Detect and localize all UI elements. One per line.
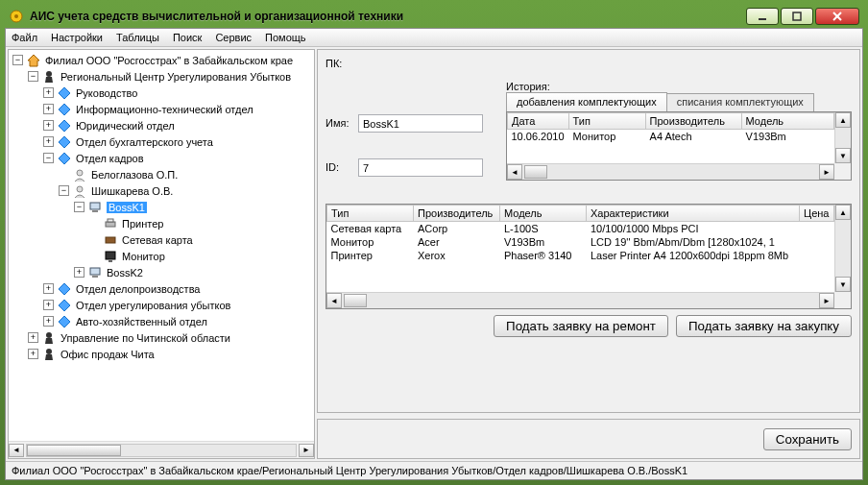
name-field[interactable] xyxy=(358,114,483,133)
tab-remove-components[interactable]: списания комплектующих xyxy=(666,93,814,112)
col-specs[interactable]: Характеристики xyxy=(587,206,800,222)
col-manufacturer[interactable]: Производитель xyxy=(414,206,500,222)
expander-icon[interactable]: + xyxy=(43,87,54,98)
components-grid[interactable]: Тип Производитель Модель Характеристики … xyxy=(326,204,852,309)
person-icon xyxy=(72,183,87,199)
tab-add-components[interactable]: добавления комплектующих xyxy=(506,92,667,111)
tree-node-component[interactable]: Сетевая карта xyxy=(12,231,312,248)
tree-node-component[interactable]: Монитор xyxy=(12,248,312,264)
tree-node-dept[interactable]: +Отдел урегулирования убытков xyxy=(12,297,312,313)
expander-icon[interactable]: + xyxy=(28,349,38,359)
menu-settings[interactable]: Настройки xyxy=(51,32,103,43)
scroll-right-icon[interactable]: ► xyxy=(299,444,314,457)
tree-node-dept-hr[interactable]: −Отдел кадров xyxy=(12,150,312,166)
scroll-left-icon[interactable]: ◄ xyxy=(9,444,24,457)
scroll-right-icon[interactable]: ► xyxy=(819,164,834,180)
table-row[interactable]: ПринтерXeroxPhaser® 3140 Laser Printer A… xyxy=(327,249,834,262)
horizontal-scrollbar[interactable]: ◄► xyxy=(507,163,834,180)
vertical-scrollbar[interactable]: ▲▼ xyxy=(834,205,851,292)
computer-icon xyxy=(87,200,103,215)
scroll-up-icon[interactable]: ▲ xyxy=(835,112,851,128)
detail-pane: ПК: Имя: ID: История: добавления комплек… xyxy=(317,49,860,459)
table-row[interactable]: МониторAcerV193Bm LCD 19'' Bbm/Abm/Dbm [… xyxy=(327,235,834,249)
maximize-button[interactable] xyxy=(781,8,813,25)
expander-icon[interactable]: + xyxy=(43,316,54,327)
scroll-down-icon[interactable]: ▼ xyxy=(835,148,851,163)
horizontal-scrollbar[interactable]: ◄► xyxy=(326,292,834,308)
tree-node-person-shishkareva[interactable]: −Шишкарева О.В. xyxy=(12,182,312,199)
scroll-thumb[interactable] xyxy=(27,445,121,456)
expander-icon[interactable]: + xyxy=(43,136,54,147)
monitor-icon xyxy=(103,249,118,264)
vertical-scrollbar[interactable]: ▲▼ xyxy=(834,112,851,163)
tree-node-division[interactable]: +Офис продаж Чита xyxy=(12,346,312,362)
repair-request-button[interactable]: Подать заявку на ремонт xyxy=(494,315,668,337)
titlebar[interactable]: АИС учета средств вычислительной и орган… xyxy=(5,5,863,28)
svg-marker-8 xyxy=(59,87,70,99)
network-card-icon xyxy=(103,232,118,248)
id-field[interactable] xyxy=(358,158,483,177)
tree-node-pc-bossk2[interactable]: +BossK2 xyxy=(12,264,312,280)
scroll-left-icon[interactable]: ◄ xyxy=(326,293,342,308)
tree-node-pc-bossk1[interactable]: −BossK1 xyxy=(12,199,312,215)
col-type[interactable]: Тип xyxy=(327,206,414,222)
col-model[interactable]: Модель xyxy=(500,206,587,222)
tree-node-dept[interactable]: +Авто-хозяйственный отдел xyxy=(12,313,312,329)
expander-icon[interactable]: + xyxy=(43,104,54,114)
expander-icon[interactable]: + xyxy=(43,120,54,131)
svg-point-1 xyxy=(14,14,18,18)
tree-node-dept[interactable]: +Отдел бухгалтерского учета xyxy=(12,133,312,150)
svg-rect-15 xyxy=(90,203,100,209)
expander-icon[interactable]: − xyxy=(74,202,84,212)
scroll-up-icon[interactable]: ▲ xyxy=(835,205,851,220)
tree-node-dept[interactable]: +Отдел делопроизводства xyxy=(12,280,312,297)
tree-node-dept[interactable]: +Информационно-технический отдел xyxy=(12,101,312,117)
close-button[interactable] xyxy=(815,8,859,25)
col-type[interactable]: Тип xyxy=(568,113,645,130)
tree-node-regional-center[interactable]: − Региональный Центр Урегулирования Убыт… xyxy=(12,68,312,85)
minimize-button[interactable] xyxy=(746,8,779,25)
history-grid[interactable]: Дата Тип Производитель Модель 10.06.2010… xyxy=(506,111,852,181)
col-date[interactable]: Дата xyxy=(508,113,569,130)
table-row[interactable]: Сетевая картаACorpL-100S10/100/1000 Mbps… xyxy=(327,222,834,236)
menu-help[interactable]: Помощь xyxy=(265,32,306,43)
expander-icon[interactable]: + xyxy=(28,332,38,343)
tree-node-dept[interactable]: +Руководство xyxy=(12,85,312,101)
tree-node-division[interactable]: +Управление по Читинской области xyxy=(12,329,312,346)
tree-node-person[interactable]: Белоглазова О.П. xyxy=(12,166,312,182)
breadcrumb: Филиал ООО "Росгосстрах" в Забайкальском… xyxy=(12,465,687,476)
history-tabs: добавления комплектующих списания компле… xyxy=(506,92,852,111)
expander-icon[interactable]: − xyxy=(59,185,69,196)
scroll-down-icon[interactable]: ▼ xyxy=(835,277,851,292)
purchase-request-button[interactable]: Подать заявку на закупку xyxy=(676,315,852,337)
table-row[interactable]: 10.06.2010 Монитор A4 Atech V193Bm xyxy=(508,130,834,144)
svg-marker-24 xyxy=(59,283,70,295)
id-label: ID: xyxy=(326,161,339,173)
tree-node-dept[interactable]: +Юридический отдел xyxy=(12,117,312,133)
diamond-icon xyxy=(57,134,72,150)
tree-node-component[interactable]: Принтер xyxy=(12,215,312,231)
tree[interactable]: − Филиал ООО "Росгосстрах" в Забайкальск… xyxy=(9,50,314,441)
tree-horizontal-scrollbar[interactable]: ◄ ► xyxy=(9,441,314,458)
scroll-left-icon[interactable]: ◄ xyxy=(507,164,522,180)
scroll-thumb[interactable] xyxy=(524,165,547,179)
menu-search[interactable]: Поиск xyxy=(173,32,202,43)
expander-icon[interactable]: + xyxy=(74,267,84,278)
save-button[interactable]: Сохранить xyxy=(763,428,852,450)
scroll-thumb[interactable] xyxy=(344,294,367,307)
expander-icon[interactable]: − xyxy=(28,71,38,82)
pk-label: ПК: xyxy=(326,58,342,69)
expander-icon[interactable]: − xyxy=(43,153,54,163)
svg-marker-9 xyxy=(59,104,70,115)
menu-file[interactable]: Файл xyxy=(12,32,37,43)
menu-service[interactable]: Сервис xyxy=(215,32,252,43)
expander-icon[interactable]: − xyxy=(12,55,23,65)
menu-tables[interactable]: Таблицы xyxy=(116,32,159,43)
col-manufacturer[interactable]: Производитель xyxy=(645,113,741,130)
expander-icon[interactable]: + xyxy=(43,300,54,310)
col-price[interactable]: Цена xyxy=(800,206,834,222)
scroll-right-icon[interactable]: ► xyxy=(819,293,834,308)
expander-icon[interactable]: + xyxy=(43,283,54,294)
col-model[interactable]: Модель xyxy=(741,113,833,130)
tree-node-branch-root[interactable]: − Филиал ООО "Росгосстрах" в Забайкальск… xyxy=(12,52,312,68)
